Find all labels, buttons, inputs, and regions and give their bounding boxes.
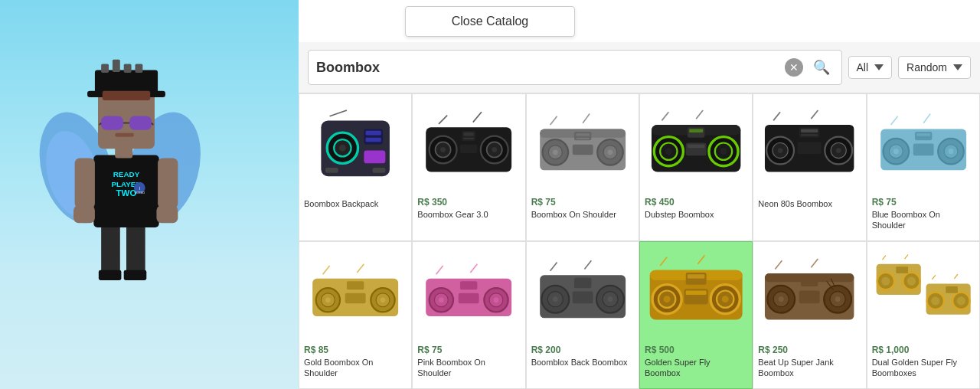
svg-rect-4 xyxy=(126,224,145,275)
svg-rect-140 xyxy=(572,292,593,304)
svg-line-70 xyxy=(583,113,590,123)
svg-rect-6 xyxy=(124,270,147,280)
svg-line-119 xyxy=(323,266,330,274)
item-name: Boomblox Back Boombox xyxy=(531,357,628,368)
item-price: R$ 250 xyxy=(758,345,788,355)
svg-rect-17 xyxy=(156,205,178,223)
item-name: Boombox Backpack xyxy=(304,198,378,209)
svg-rect-40 xyxy=(325,168,338,173)
svg-line-178 xyxy=(904,255,907,260)
catalog-item[interactable]: R$ 250Beat Up Super Jank Boombox xyxy=(753,241,866,389)
svg-line-141 xyxy=(550,263,557,271)
catalog-item[interactable]: Neon 80s Boombox xyxy=(753,93,866,241)
svg-text:VOTED: VOTED xyxy=(134,191,145,194)
svg-line-168 xyxy=(812,259,818,267)
catalog-item[interactable]: R$ 1,000Dual Golden Super Fly Boomboxes xyxy=(867,241,980,389)
svg-line-120 xyxy=(357,264,364,273)
svg-line-177 xyxy=(882,256,885,260)
catalog-item[interactable]: Boombox Backpack xyxy=(299,93,412,241)
svg-point-50 xyxy=(492,147,498,152)
item-image xyxy=(531,248,634,340)
svg-point-61 xyxy=(553,149,558,155)
item-name: Golden Super Fly Boombox xyxy=(645,357,747,379)
catalog-item[interactable]: R$ 450Dubstep Boombox xyxy=(639,93,753,241)
svg-line-155 xyxy=(660,257,667,266)
svg-rect-42 xyxy=(364,151,385,164)
svg-point-127 xyxy=(494,297,499,302)
svg-line-156 xyxy=(697,256,704,264)
svg-point-75 xyxy=(665,148,672,155)
catalog-item[interactable]: R$ 200Boomblox Back Boombox xyxy=(526,241,639,389)
svg-rect-51 xyxy=(462,131,476,141)
catalog-item[interactable]: R$ 350Boombox Gear 3.0 xyxy=(412,93,525,241)
item-name: Dubstep Boombox xyxy=(645,209,714,220)
item-price: R$ 75 xyxy=(417,345,442,355)
svg-rect-27 xyxy=(101,116,123,130)
search-clear-button[interactable]: ✕ xyxy=(785,58,803,77)
filter-all-select[interactable]: All xyxy=(848,56,893,79)
svg-rect-128 xyxy=(460,281,477,289)
svg-point-175 xyxy=(907,277,916,286)
catalog-item[interactable]: R$ 500Golden Super Fly Boombox xyxy=(639,241,753,389)
svg-line-142 xyxy=(584,260,591,269)
item-image xyxy=(304,248,407,340)
svg-rect-53 xyxy=(464,138,474,139)
svg-point-116 xyxy=(381,297,386,302)
svg-rect-41 xyxy=(373,168,386,173)
svg-point-78 xyxy=(720,148,727,155)
filter-random-select[interactable]: Random xyxy=(898,56,971,79)
item-price: R$ 75 xyxy=(531,197,556,208)
svg-rect-3 xyxy=(101,224,120,275)
item-price: R$ 75 xyxy=(872,197,897,208)
svg-line-130 xyxy=(436,266,443,274)
svg-rect-39 xyxy=(366,138,381,142)
svg-rect-129 xyxy=(459,293,479,303)
item-image xyxy=(645,100,747,192)
svg-rect-25 xyxy=(135,64,142,72)
item-price: R$ 350 xyxy=(417,197,447,208)
svg-line-96 xyxy=(773,112,780,120)
close-catalog-button[interactable]: Close Catalog xyxy=(405,6,576,37)
svg-rect-22 xyxy=(101,64,109,72)
svg-line-185 xyxy=(932,275,935,279)
svg-point-36 xyxy=(339,145,346,152)
svg-point-161 xyxy=(779,296,784,302)
svg-line-69 xyxy=(550,116,557,125)
catalog-panel: ✕ 🔍 All Random Boombox Backpack xyxy=(299,42,980,389)
item-image xyxy=(645,248,747,340)
search-input[interactable] xyxy=(316,60,779,76)
item-name: Neon 80s Boombox xyxy=(758,198,832,209)
catalog-item[interactable]: R$ 75Boombox On Shoulder xyxy=(526,93,639,241)
item-image xyxy=(417,100,520,192)
search-submit-button[interactable]: 🔍 xyxy=(809,55,834,80)
svg-rect-107 xyxy=(913,144,933,156)
svg-rect-23 xyxy=(113,60,120,72)
catalog-item[interactable]: R$ 75Blue Boombox On Shoulder xyxy=(867,93,980,241)
svg-rect-117 xyxy=(347,281,364,289)
svg-point-91 xyxy=(836,148,841,153)
catalog-grid: Boombox Backpack R$ 350Boombox Gear 3.0 xyxy=(299,93,980,389)
catalog-item[interactable]: R$ 85Gold Boombox On Shoulder xyxy=(299,241,412,389)
item-image xyxy=(417,248,520,340)
item-name: Beat Up Super Jank Boombox xyxy=(758,357,861,379)
svg-point-164 xyxy=(835,296,841,302)
svg-rect-15 xyxy=(158,159,178,209)
svg-line-55 xyxy=(439,116,447,124)
item-image xyxy=(758,100,861,192)
svg-rect-93 xyxy=(801,129,818,132)
item-image xyxy=(872,248,975,340)
chevron-down-icon xyxy=(874,64,884,70)
item-price: R$ 450 xyxy=(645,197,675,208)
svg-rect-66 xyxy=(576,133,590,136)
item-price: R$ 500 xyxy=(645,345,675,355)
svg-point-135 xyxy=(553,296,558,302)
svg-rect-32 xyxy=(115,133,134,137)
svg-rect-105 xyxy=(915,132,932,140)
svg-line-97 xyxy=(812,110,818,119)
svg-point-88 xyxy=(778,148,783,153)
svg-point-101 xyxy=(893,149,899,154)
svg-point-183 xyxy=(956,296,965,305)
svg-rect-106 xyxy=(916,133,930,136)
item-name: Dual Golden Super Fly Boomboxes xyxy=(872,357,975,379)
catalog-item[interactable]: R$ 75Pink Boombox On Shoulder xyxy=(412,241,525,389)
